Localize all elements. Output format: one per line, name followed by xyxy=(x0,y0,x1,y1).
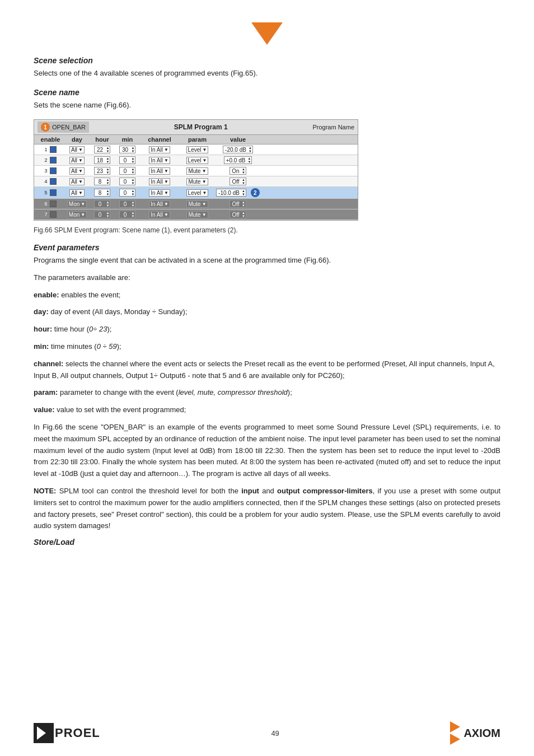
hour-cell[interactable]: 0▲▼ xyxy=(90,211,115,218)
param-param: param: parameter to change with the even… xyxy=(34,387,500,399)
value-cell[interactable]: Off▲▼ xyxy=(216,211,260,218)
enable-checkbox[interactable] xyxy=(50,157,57,164)
col-channel: channel xyxy=(140,136,179,143)
table-row: 1 All▼ 22▲▼ 30▲▼ In All▼ Level▼ xyxy=(34,144,358,155)
event-parameters-intro: Programs the single event that can be ac… xyxy=(34,255,500,267)
enable-cell[interactable]: 1 xyxy=(36,146,64,153)
enable-cell[interactable]: 6 xyxy=(36,200,64,207)
note-text: NOTE: SPLM tool can control the threshol… xyxy=(34,486,500,532)
hour-cell[interactable]: 23▲▼ xyxy=(90,167,115,175)
min-cell[interactable]: 0▲▼ xyxy=(115,200,140,208)
param-channel: channel: selects the channel where the e… xyxy=(34,358,500,382)
splm-header: 1 OPEN_BAR SPLM Program 1 Program Name xyxy=(34,120,358,135)
enable-cell[interactable]: 7 xyxy=(36,211,64,218)
scene-name-heading: Scene name xyxy=(34,88,500,97)
enable-cell[interactable]: 5 xyxy=(36,189,64,196)
enable-checkbox[interactable] xyxy=(50,200,57,207)
enable-cell[interactable]: 2 xyxy=(36,157,64,164)
axiom-arrows xyxy=(450,721,460,745)
day-cell[interactable]: Mon▼ xyxy=(64,200,90,208)
top-arrow-decoration xyxy=(34,22,500,45)
day-cell[interactable]: All▼ xyxy=(64,146,90,153)
day-cell[interactable]: All▼ xyxy=(64,178,90,185)
table-row: 3 All▼ 23▲▼ 0▲▼ In All▼ Mute▼ xyxy=(34,166,358,176)
day-cell[interactable]: All▼ xyxy=(64,189,90,197)
splm-column-headers: enable day hour min channel param value xyxy=(34,135,358,144)
enable-cell[interactable]: 4 xyxy=(36,178,64,185)
enable-checkbox[interactable] xyxy=(50,189,57,196)
param-day: day: day of event (All days, Monday ÷ Su… xyxy=(34,306,500,318)
value-cell[interactable]: On▲▼ xyxy=(216,167,260,175)
col-enable: enable xyxy=(36,136,64,143)
col-min: min xyxy=(115,136,140,143)
col-value: value xyxy=(216,136,260,143)
day-cell[interactable]: All▼ xyxy=(64,167,90,175)
badge-1: 1 xyxy=(41,123,50,132)
splm-table: 1 OPEN_BAR SPLM Program 1 Program Name e… xyxy=(34,119,358,221)
hour-cell[interactable]: 8▲▼ xyxy=(90,178,115,185)
proel-logo-icon xyxy=(34,723,54,743)
value-cell[interactable]: Off▲▼ xyxy=(216,200,260,208)
proel-logo: PROEL xyxy=(34,723,100,743)
min-cell[interactable]: 0▲▼ xyxy=(115,167,140,175)
splm-body: 1 All▼ 22▲▼ 30▲▼ In All▼ Level▼ xyxy=(34,144,358,220)
open-bar-section: 1 OPEN_BAR xyxy=(38,122,89,133)
value-cell[interactable]: Off▲▼ xyxy=(216,178,260,185)
min-cell[interactable]: 0▲▼ xyxy=(115,211,140,218)
param-cell[interactable]: Mute▼ xyxy=(179,211,216,218)
channel-cell[interactable]: In All▼ xyxy=(140,146,179,153)
day-cell[interactable]: Mon▼ xyxy=(64,211,90,218)
hour-cell[interactable]: 22▲▼ xyxy=(90,146,115,153)
footer: PROEL 49 AXIOM xyxy=(0,721,534,745)
min-cell[interactable]: 0▲▼ xyxy=(115,156,140,164)
open-bar-label: OPEN_BAR xyxy=(52,124,86,130)
param-min: min: time minutes (0 ÷ 59); xyxy=(34,341,500,353)
hour-cell[interactable]: 18▲▼ xyxy=(90,156,115,164)
param-cell[interactable]: Mute▼ xyxy=(179,200,216,208)
col-param: param xyxy=(179,136,216,143)
scene-selection-text: Selects one of the 4 available scenes of… xyxy=(34,68,500,79)
store-load-heading: Store/Load xyxy=(34,538,500,547)
enable-cell[interactable]: 3 xyxy=(36,167,64,174)
hour-cell[interactable]: 8▲▼ xyxy=(90,189,115,197)
param-cell[interactable]: Level▼ xyxy=(179,146,216,153)
param-cell[interactable]: Level▼ xyxy=(179,157,216,164)
param-enable: enable: enables the event; xyxy=(34,290,500,301)
scene-name-text: Sets the scene name (Fig.66). xyxy=(34,100,500,111)
event-parameters-heading: Event parameters xyxy=(34,243,500,252)
table-row: 6 Mon▼ 0▲▼ 0▲▼ In All▼ Mute▼ xyxy=(34,199,358,209)
parameters-available: The parameters available are: xyxy=(34,272,500,284)
channel-cell[interactable]: In All▼ xyxy=(140,167,179,175)
channel-cell[interactable]: In All▼ xyxy=(140,157,179,164)
value-cell[interactable]: +0.0 dB▲▼ xyxy=(216,156,260,164)
badge-2: 2 xyxy=(251,188,260,197)
channel-cell[interactable]: In All▼ xyxy=(140,200,179,208)
axiom-arrow-2 xyxy=(450,734,460,745)
enable-checkbox[interactable] xyxy=(50,146,57,153)
min-cell[interactable]: 0▲▼ xyxy=(115,189,140,197)
col-hour: hour xyxy=(90,136,115,143)
fig-caption: Fig.66 SPLM Event program: Scene name (1… xyxy=(34,226,500,234)
day-cell[interactable]: All▼ xyxy=(64,157,90,164)
axiom-text: AXIOM xyxy=(463,727,500,740)
col-day: day xyxy=(64,136,90,143)
table-row: 5 All▼ 8▲▼ 0▲▼ In All▼ Level▼ xyxy=(34,187,358,199)
axiom-arrow-1 xyxy=(450,721,460,732)
enable-checkbox[interactable] xyxy=(50,167,57,174)
page-number: 49 xyxy=(271,729,279,738)
param-cell[interactable]: Mute▼ xyxy=(179,167,216,175)
value-cell[interactable]: -10.0 dB▲▼ 2 xyxy=(216,188,260,197)
min-cell[interactable]: 30▲▼ xyxy=(115,146,140,153)
hour-cell[interactable]: 0▲▼ xyxy=(90,200,115,208)
enable-checkbox[interactable] xyxy=(50,178,57,185)
min-cell[interactable]: 0▲▼ xyxy=(115,178,140,185)
table-row: 7 Mon▼ 0▲▼ 0▲▼ In All▼ Mute▼ xyxy=(34,209,358,220)
channel-cell[interactable]: In All▼ xyxy=(140,211,179,218)
channel-cell[interactable]: In All▼ xyxy=(140,189,179,197)
channel-cell[interactable]: In All▼ xyxy=(140,178,179,185)
enable-checkbox[interactable] xyxy=(50,211,57,218)
param-cell[interactable]: Mute▼ xyxy=(179,178,216,185)
axiom-logo: AXIOM xyxy=(450,721,500,745)
param-cell[interactable]: Level▼ xyxy=(179,189,216,197)
value-cell[interactable]: -20.0 dB▲▼ xyxy=(216,146,260,153)
